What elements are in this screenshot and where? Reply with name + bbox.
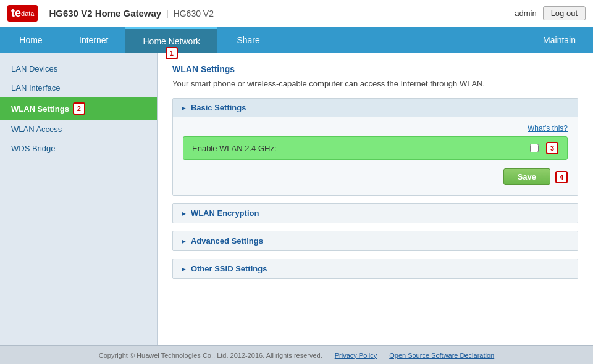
sidebar-item-lan-interface[interactable]: LAN Interface <box>0 78 157 97</box>
other-ssid-label: Other SSID Settings <box>191 264 267 273</box>
footer-copyright: Copyright © Huawei Technologies Co., Ltd… <box>99 352 322 359</box>
main-layout: LAN Devices LAN Interface WLAN Settings … <box>0 53 593 345</box>
logo: te data <box>7 5 38 22</box>
wlan-encryption-arrow-icon: ► <box>180 210 187 217</box>
save-row: Save 4 <box>183 168 568 185</box>
basic-settings-header[interactable]: ► Basic Settings <box>173 99 578 117</box>
header-subtitle: HG630 V2 <box>174 9 214 19</box>
basic-settings-label: Basic Settings <box>191 103 246 112</box>
sidebar-label-lan-devices: LAN Devices <box>11 64 57 73</box>
sidebar-label-lan-interface: LAN Interface <box>11 83 61 93</box>
basic-settings-arrow-icon: ► <box>180 104 187 112</box>
footer: Copyright © Huawei Technologies Co., Ltd… <box>0 345 593 364</box>
content-area: WLAN Settings Your smart phone or wirele… <box>158 53 593 345</box>
main-nav: Home Internet Home Network 1 Share Maint… <box>0 27 593 53</box>
advanced-settings-arrow-icon: ► <box>180 238 187 245</box>
other-ssid-header[interactable]: ► Other SSID Settings <box>173 259 578 278</box>
header-title: HG630 V2 Home Gateway <box>49 8 161 19</box>
sidebar-item-wlan-settings[interactable]: WLAN Settings 2 <box>0 97 157 120</box>
wlan-encryption-label: WLAN Encryption <box>191 209 259 218</box>
nav-item-internet[interactable]: Internet <box>62 27 125 53</box>
enable-wlan-badge: 3 <box>546 142 558 154</box>
header-right: admin Log out <box>515 6 586 20</box>
save-badge: 4 <box>555 171 568 183</box>
content-description: Your smart phone or wireless-capable com… <box>172 79 578 88</box>
logo-te: te <box>11 7 21 20</box>
nav-label-share: Share <box>237 35 259 45</box>
nav-item-share[interactable]: Share <box>217 27 279 53</box>
basic-settings-section: ► Basic Settings What's this? Enable WLA… <box>172 98 578 196</box>
header-divider: | <box>166 9 168 18</box>
sidebar-item-wds-bridge[interactable]: WDS Bridge <box>0 139 157 158</box>
nav-label-home: Home <box>19 35 42 45</box>
logo-box: te data <box>7 5 38 22</box>
other-ssid-arrow-icon: ► <box>180 265 187 273</box>
admin-label: admin <box>515 9 536 18</box>
logout-button[interactable]: Log out <box>543 6 586 20</box>
advanced-settings-label: Advanced Settings <box>191 236 263 246</box>
footer-privacy-policy[interactable]: Privacy Policy <box>335 352 377 359</box>
nav-label-maintain: Maintain <box>543 35 576 45</box>
nav-item-home-network[interactable]: Home Network 1 <box>125 27 217 53</box>
sidebar-label-wlan-access: WLAN Access <box>11 125 62 134</box>
page-title: WLAN Settings <box>172 64 578 74</box>
sidebar-label-wlan-settings: WLAN Settings <box>11 104 69 114</box>
footer-open-source[interactable]: Open Source Software Declaration <box>389 352 494 359</box>
nav-item-maintain[interactable]: Maintain <box>526 27 593 53</box>
enable-wlan-row: Enable WLAN 2.4 GHz: 3 <box>183 136 568 160</box>
basic-settings-body: What's this? Enable WLAN 2.4 GHz: 3 Save… <box>173 117 578 195</box>
advanced-settings-section: ► Advanced Settings <box>172 231 578 251</box>
nav-badge-home-network: 1 <box>166 47 178 59</box>
advanced-settings-header[interactable]: ► Advanced Settings <box>173 231 578 250</box>
nav-item-home[interactable]: Home <box>0 27 62 53</box>
other-ssid-section: ► Other SSID Settings <box>172 259 578 279</box>
sidebar-badge-wlan-settings: 2 <box>73 102 85 115</box>
wlan-encryption-header[interactable]: ► WLAN Encryption <box>173 204 578 223</box>
logo-data-text: data <box>21 10 34 17</box>
header: te data HG630 V2 Home Gateway | HG630 V2… <box>0 0 593 27</box>
sidebar: LAN Devices LAN Interface WLAN Settings … <box>0 53 158 345</box>
nav-label-home-network: Home Network <box>143 36 200 46</box>
whats-this-link[interactable]: What's this? <box>183 124 568 133</box>
enable-wlan-checkbox[interactable] <box>530 144 539 152</box>
enable-wlan-label: Enable WLAN 2.4 GHz: <box>192 144 523 153</box>
sidebar-item-wlan-access[interactable]: WLAN Access <box>0 120 157 139</box>
sidebar-item-lan-devices[interactable]: LAN Devices <box>0 59 157 78</box>
wlan-encryption-section: ► WLAN Encryption <box>172 203 578 223</box>
sidebar-label-wds-bridge: WDS Bridge <box>11 144 56 153</box>
save-button[interactable]: Save <box>503 168 550 185</box>
nav-label-internet: Internet <box>79 35 108 45</box>
